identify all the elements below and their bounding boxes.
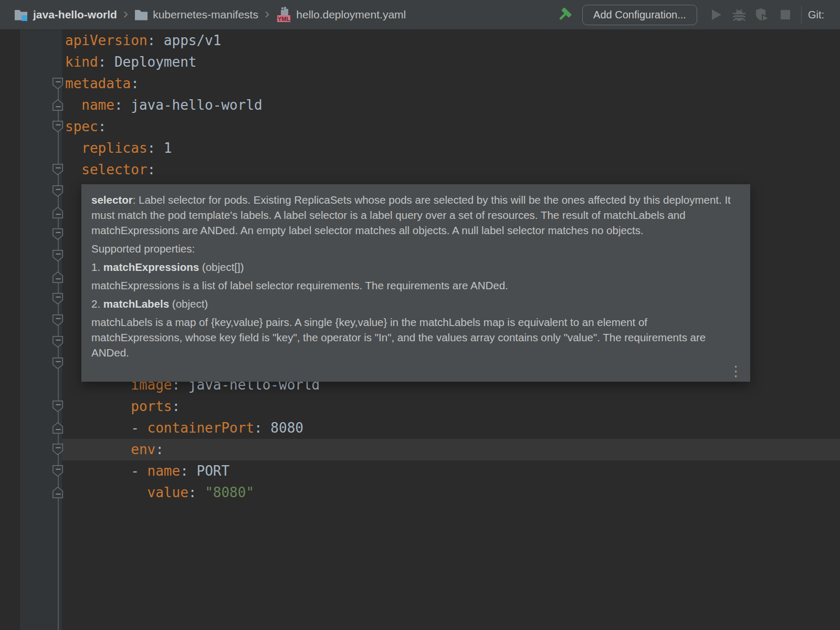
toolbar-divider [801,6,802,24]
build-hammer-icon[interactable] [554,3,577,26]
tooltip-paragraph: selector: Label selector for pods. Exist… [91,192,740,238]
code-token: : [98,119,107,134]
code-token: : Deployment [98,54,197,70]
code-line[interactable]: spec: [65,116,106,138]
code-token [65,162,81,177]
code-token: "8080" [205,485,254,500]
fold-down-icon[interactable] [52,443,65,458]
code-token: env [131,442,155,457]
breadcrumb-label: java-hello-world [33,8,117,21]
code-token [65,398,131,414]
code-line[interactable]: selector: [65,159,155,181]
fold-up-icon[interactable] [52,206,65,222]
tooltip-paragraph: Supported properties: [91,241,740,256]
code-token: : [155,442,164,457]
breadcrumb: java-hello-world›kubernetes-manifests›YM… [0,6,406,23]
fold-down-icon[interactable] [52,163,65,178]
fold-down-icon[interactable] [52,464,65,480]
fold-up-icon[interactable] [52,98,65,114]
code-token: : 1 [148,140,172,156]
code-token: : [188,485,205,500]
fold-down-icon[interactable] [52,249,65,265]
fold-down-icon[interactable] [52,184,65,200]
breadcrumb-label: hello.deployment.yaml [296,8,406,21]
code-token: spec [65,119,98,134]
code-token: selector [81,162,147,177]
code-line[interactable]: env: [65,439,164,460]
code-line[interactable]: - name: PORT [65,460,229,482]
code-token: : java-hello-world [114,97,262,113]
breadcrumb-item[interactable]: java-hello-world [14,7,117,22]
stop-icon[interactable] [774,3,797,26]
code-line[interactable]: ports: [65,396,180,417]
breadcrumb-chevron-icon: › [122,6,129,23]
project-folder-icon [14,7,28,22]
code-token: apiVersion [65,33,148,48]
fold-down-icon[interactable] [52,292,65,308]
run-toolbar: Add Configuration... [554,3,840,26]
git-branch-label[interactable]: Git: [808,9,833,21]
editor-gutter[interactable] [20,30,62,630]
fold-up-icon[interactable] [52,421,65,437]
tooltip-paragraph: matchExpressions is a list of label sele… [91,278,740,293]
breadcrumb-item[interactable]: YMLhello.deployment.yaml [276,6,406,23]
fold-down-icon[interactable] [52,335,65,351]
fold-down-icon[interactable] [52,227,65,243]
code-token: kind [65,54,98,70]
tooltip-paragraph: 2. matchLabels (object) [91,296,740,311]
code-token [65,485,148,500]
run-with-coverage-icon[interactable] [751,3,774,26]
code-line[interactable]: replicas: 1 [65,138,172,159]
code-token: name [148,463,181,479]
code-token: : [172,398,181,414]
code-token: containerPort [148,420,255,436]
code-token: : [148,162,156,177]
fold-down-icon[interactable] [52,313,65,329]
code-token: : PORT [180,463,229,479]
code-line[interactable]: apiVersion: apps/v1 [65,30,221,51]
tooltip-paragraph: 1. matchExpressions (object[]) [91,259,740,275]
editor[interactable]: apiVersion: apps/v1kind: Deploymentmetad… [0,30,840,630]
code-token: : [131,76,139,91]
code-token: replicas [81,140,147,156]
code-token: name [81,97,114,113]
more-options-icon[interactable]: ⋮ [729,363,743,379]
code-token: ports [131,398,172,414]
fold-down-icon[interactable] [52,400,65,415]
code-token: metadata [65,76,131,91]
breadcrumb-chevron-icon: › [264,6,270,23]
code-line[interactable]: value: "8080" [65,482,254,503]
code-token: value [148,485,188,500]
debug-icon[interactable] [728,3,751,26]
code-token: - [65,463,148,479]
fold-down-icon[interactable] [52,77,65,92]
breadcrumb-label: kubernetes-manifests [153,8,258,21]
folder-icon [134,9,148,20]
code-token [65,442,131,457]
code-line[interactable]: kind: Deployment [65,51,196,73]
code-line[interactable]: metadata: [65,73,139,94]
code-line[interactable]: - containerPort: 8080 [65,417,303,439]
fold-down-icon[interactable] [52,120,65,135]
add-configuration-button[interactable]: Add Configuration... [582,5,697,25]
fold-up-icon[interactable] [52,270,65,286]
yaml-file-icon: YML [276,6,291,23]
code-token: : apps/v1 [148,33,222,48]
documentation-tooltip: selector: Label selector for pods. Exist… [81,184,750,382]
svg-text:YML: YML [278,16,290,22]
fold-down-icon[interactable] [52,356,65,372]
code-token: : 8080 [254,420,303,436]
run-icon[interactable] [705,3,728,26]
breadcrumb-item[interactable]: kubernetes-manifests [134,8,258,21]
code-token [65,140,81,156]
code-line[interactable]: name: java-hello-world [65,94,262,116]
code-token: - [65,420,148,436]
fold-up-icon[interactable] [52,486,65,501]
tooltip-paragraph: matchLabels is a map of {key,value} pair… [91,314,740,360]
main-toolbar: java-hello-world›kubernetes-manifests›YM… [0,0,840,30]
code-token [65,97,81,113]
